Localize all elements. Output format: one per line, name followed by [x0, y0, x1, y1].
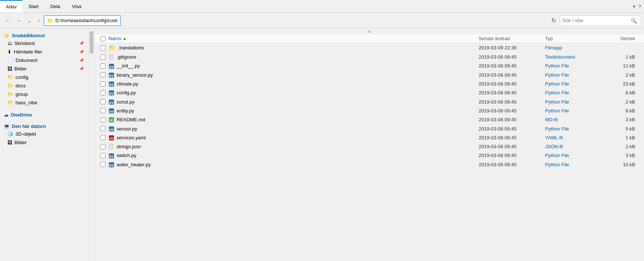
row-checkbox-cell[interactable]	[97, 72, 109, 77]
tab-dela[interactable]: Dela	[44, 0, 66, 13]
row-checkbox[interactable]	[100, 117, 106, 122]
sidebar-item-hass-nibe[interactable]: 📁 hass_nibe	[0, 98, 88, 107]
ribbon-help-icon[interactable]: ?	[638, 4, 641, 9]
table-row[interactable]: YAML services.yaml 2019-03-08 09:45 YAML…	[94, 133, 644, 142]
table-row[interactable]: py climate.py 2019-03-08 09:45 Python Fi…	[94, 80, 644, 88]
col-header-name[interactable]: Namn ▲	[109, 36, 479, 41]
table-row[interactable]: py __init__.py 2019-03-08 09:45 Python F…	[94, 62, 644, 70]
sidebar-item-group[interactable]: 📁 group	[0, 90, 88, 98]
search-input[interactable]	[560, 18, 628, 23]
tab-start[interactable]: Start	[23, 0, 44, 13]
file-name-cell[interactable]: YAML services.yaml	[109, 135, 479, 141]
ribbon-dropdown-icon[interactable]: ▾	[633, 4, 636, 9]
file-name-cell[interactable]: py __init__.py	[109, 63, 479, 69]
row-checkbox[interactable]	[100, 153, 106, 158]
col-header-size[interactable]: Storlek	[604, 36, 641, 41]
scrollbar-strip[interactable]	[89, 28, 94, 261]
sidebar-item-docs[interactable]: 📁 docs	[0, 81, 88, 90]
file-name-cell[interactable]: MD README.md	[109, 116, 479, 123]
file-name-cell[interactable]: .gitignore	[109, 54, 479, 60]
sidebar-item-config[interactable]: 📁 config	[0, 73, 88, 81]
table-row[interactable]: py sensor.py 2019-03-08 09:45 Python Fil…	[94, 124, 644, 133]
row-checkbox-cell[interactable]	[97, 108, 109, 113]
row-checkbox-cell[interactable]	[97, 144, 109, 149]
row-checkbox-cell[interactable]	[97, 45, 109, 51]
up-button[interactable]: ↑	[35, 16, 42, 25]
row-checkbox-cell[interactable]	[97, 162, 109, 167]
file-size: 3 kB	[604, 153, 641, 158]
file-name-cell[interactable]: py switch.py	[109, 152, 479, 159]
sidebar-item-dokument[interactable]: 📄 Dokument 📌	[0, 56, 88, 65]
table-row[interactable]: py binary_sensor.py 2019-03-08 09:45 Pyt…	[94, 71, 644, 80]
file-list-container[interactable]: ▲ Namn ▲ Senast ändrad Typ	[94, 28, 644, 261]
file-name-cell[interactable]: py entity.py	[109, 108, 479, 114]
file-name-cell[interactable]: py water_heater.py	[109, 161, 479, 168]
row-checkbox[interactable]	[100, 72, 106, 77]
file-size: 2 kB	[604, 99, 641, 105]
tab-arkiv[interactable]: Arkiv	[0, 0, 23, 13]
table-row[interactable]: strings.json 2019-03-08 09:45 JSON-fil 2…	[94, 142, 644, 151]
table-row[interactable]: py switch.py 2019-03-08 09:45 Python Fil…	[94, 151, 644, 160]
header-checkbox-cell[interactable]	[97, 36, 109, 41]
row-checkbox-cell[interactable]	[97, 81, 109, 87]
row-checkbox[interactable]	[100, 55, 106, 60]
table-row[interactable]: .gitignore 2019-03-08 09:45 Textdokument…	[94, 53, 644, 62]
col-header-type[interactable]: Typ	[545, 36, 604, 41]
sidebar-item-skrivbord[interactable]: 🗂 Skrivbord 📌	[0, 39, 88, 48]
sidebar-item-bilder[interactable]: 🖼 Bilder 📌	[0, 65, 88, 73]
forward-button[interactable]: →	[14, 16, 24, 25]
row-checkbox[interactable]	[100, 81, 106, 87]
row-checkbox[interactable]	[100, 45, 106, 51]
row-checkbox-cell[interactable]	[97, 126, 109, 131]
sidebar-item-hamtade[interactable]: ⬇ Hämtade filer 📌	[0, 48, 88, 56]
search-button[interactable]: 🔍	[628, 18, 639, 24]
row-checkbox-cell[interactable]	[97, 117, 109, 122]
row-checkbox-cell[interactable]	[97, 135, 109, 140]
row-checkbox[interactable]	[100, 135, 106, 140]
file-name-cell[interactable]: py binary_sensor.py	[109, 72, 479, 78]
sidebar-item-label: Hämtade filer	[14, 49, 42, 55]
row-checkbox-cell[interactable]	[97, 99, 109, 104]
scroll-thumb[interactable]	[90, 31, 93, 53]
file-name-cell[interactable]: strings.json	[109, 143, 479, 150]
select-all-checkbox[interactable]	[100, 36, 106, 41]
sidebar-item-bilder2[interactable]: 🖼 Bilder	[0, 138, 88, 147]
row-checkbox[interactable]	[100, 126, 106, 131]
file-name-cell[interactable]: py climate.py	[109, 81, 479, 87]
row-checkbox[interactable]	[100, 162, 106, 167]
py-icon: py	[109, 161, 114, 168]
sidebar-thispc-header[interactable]: 💻 Den här datorn	[0, 121, 88, 130]
sidebar-divider-1	[0, 107, 88, 110]
table-row[interactable]: 📁 .translations 2019-03-09 22:39 Filmapp	[94, 43, 644, 53]
row-checkbox-cell[interactable]	[97, 153, 109, 158]
row-checkbox[interactable]	[100, 63, 106, 69]
sidebar-item-3dobjekt[interactable]: 🧊 3D-objekt	[0, 130, 88, 138]
file-name-cell[interactable]: 📁 .translations	[109, 44, 479, 51]
row-checkbox-cell[interactable]	[97, 90, 109, 95]
quickaccess-label: Snabbåtkomst	[12, 33, 45, 38]
row-checkbox[interactable]	[100, 99, 106, 104]
file-name-cell[interactable]: py sensor.py	[109, 125, 479, 132]
collapse-arrow[interactable]: ▲	[94, 28, 644, 34]
refresh-button[interactable]: ↻	[549, 16, 558, 25]
table-row[interactable]: py water_heater.py 2019-03-08 09:45 Pyth…	[94, 160, 644, 169]
table-row[interactable]: MD README.md 2019-03-08 09:45 MD-fil 3 k…	[94, 115, 644, 124]
table-row[interactable]: py config.py 2019-03-08 09:45 Python Fil…	[94, 88, 644, 97]
recent-button[interactable]: ⌄	[25, 16, 34, 25]
row-checkbox[interactable]	[100, 144, 106, 149]
table-row[interactable]: py const.py 2019-03-08 09:45 Python File…	[94, 97, 644, 106]
row-checkbox[interactable]	[100, 108, 106, 113]
file-name-cell[interactable]: py const.py	[109, 98, 479, 105]
row-checkbox[interactable]	[100, 90, 106, 95]
back-button[interactable]: ←	[3, 16, 13, 25]
sidebar-onedrive-header[interactable]: ☁ OneDrive	[0, 110, 88, 118]
tab-visa[interactable]: Visa	[66, 0, 87, 13]
address-input[interactable]	[44, 15, 121, 26]
svg-text:py: py	[110, 65, 114, 69]
file-name-cell[interactable]: py config.py	[109, 90, 479, 96]
sidebar-quickaccess-header[interactable]: ⭐ Snabbåtkomst	[0, 31, 88, 39]
col-header-date[interactable]: Senast ändrad	[479, 36, 545, 41]
row-checkbox-cell[interactable]	[97, 55, 109, 60]
table-row[interactable]: py entity.py 2019-03-08 09:45 Python Fil…	[94, 107, 644, 115]
row-checkbox-cell[interactable]	[97, 63, 109, 69]
